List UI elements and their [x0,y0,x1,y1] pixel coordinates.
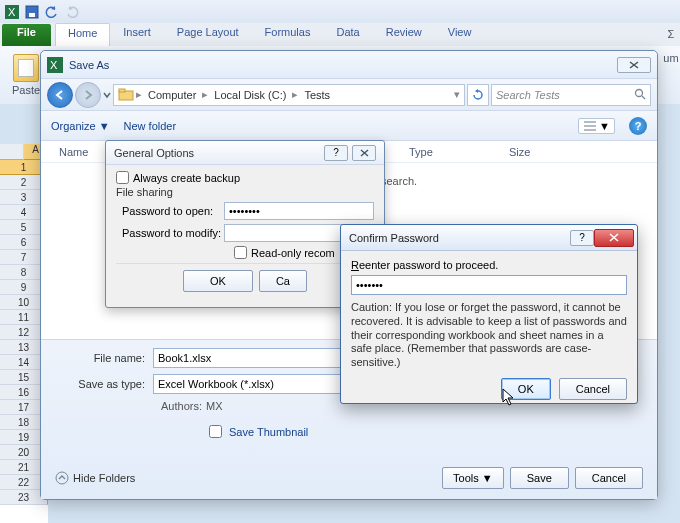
excel-document-icon: X [47,57,63,73]
forward-button[interactable] [75,82,101,108]
autosum-icon: Σ [668,28,675,40]
help-icon[interactable]: ? [324,145,348,161]
checkbox-icon[interactable] [209,425,222,438]
filename-label: File name: [55,352,153,364]
tab-data[interactable]: Data [323,23,372,46]
tab-page-layout[interactable]: Page Layout [164,23,252,46]
view-options-button[interactable]: ▼ [578,118,615,134]
always-backup-checkbox[interactable]: Always create backup [116,171,374,184]
file-sharing-label: File sharing [116,186,374,198]
save-icon[interactable] [24,4,40,20]
list-icon [583,120,597,132]
options-cancel-button[interactable]: Ca [259,270,307,292]
explorer-toolbar: Organize▼ New folder ▼ ? [41,111,657,141]
refresh-button[interactable] [467,84,489,106]
checkbox-icon[interactable] [116,171,129,184]
tab-insert[interactable]: Insert [110,23,164,46]
partial-label: um [663,52,678,64]
chevron-right-icon: ▸ [292,88,298,101]
save-thumbnail-checkbox[interactable]: Save Thumbnail [205,422,643,441]
close-icon[interactable] [352,145,376,161]
chevron-down-icon[interactable] [103,88,111,102]
back-button[interactable] [47,82,73,108]
chevron-up-icon [55,471,69,485]
tab-formulas[interactable]: Formulas [252,23,324,46]
bc-drive[interactable]: Local Disk (C:) [210,89,290,101]
select-all-cell[interactable] [0,144,24,160]
pw-modify-label: Password to modify: [116,227,224,239]
close-icon[interactable] [594,229,634,247]
confirm-title: Confirm Password [349,232,566,244]
bc-computer[interactable]: Computer [144,89,200,101]
options-ok-button[interactable]: OK [183,270,253,292]
col-size[interactable]: Size [509,146,589,158]
tab-view[interactable]: View [435,23,485,46]
chevron-down-icon: ▼ [599,120,610,132]
quick-access-toolbar: X [0,0,680,23]
col-type[interactable]: Type [409,146,509,158]
chevron-down-icon: ▼ [99,120,110,132]
svg-text:X: X [50,59,58,71]
save-as-title: Save As [69,59,617,71]
folder-icon [118,87,134,103]
excel-logo-icon: X [4,4,20,20]
general-options-titlebar[interactable]: General Options ? [106,141,384,165]
confirm-titlebar[interactable]: Confirm Password ? [341,225,637,251]
svg-line-9 [642,96,645,99]
chevron-down-icon[interactable]: ▾ [454,88,460,101]
close-icon[interactable] [617,57,651,73]
ribbon-right-fragment: Σ um [662,24,680,124]
pw-open-input[interactable] [224,202,374,220]
tab-home[interactable]: Home [55,23,110,46]
cancel-button[interactable]: Cancel [575,467,643,489]
breadcrumb[interactable]: ▸ Computer ▸ Local Disk (C:) ▸ Tests ▾ [113,84,465,106]
hide-folders-button[interactable]: Hide Folders [55,471,135,485]
organize-menu[interactable]: Organize▼ [51,120,110,132]
nav-bar: ▸ Computer ▸ Local Disk (C:) ▸ Tests ▾ S… [41,79,657,111]
save-button[interactable]: Save [510,467,569,489]
authors-value[interactable]: MX [206,400,223,412]
search-input[interactable]: Search Tests [491,84,651,106]
empty-hint: search. [381,175,417,187]
caution-text: Caution: If you lose or forget the passw… [351,301,627,370]
reenter-label: Reenter password to proceed. [351,259,627,271]
redo-icon[interactable] [64,4,80,20]
checkbox-icon[interactable] [234,246,247,259]
confirm-password-input[interactable] [351,275,627,295]
tools-menu[interactable]: Tools ▼ [442,467,504,489]
svg-text:X: X [8,6,16,18]
confirm-password-dialog: Confirm Password ? Reenter password to p… [340,224,638,404]
authors-label: Authors: [161,400,202,412]
chevron-down-icon: ▼ [482,472,493,484]
bc-folder[interactable]: Tests [300,89,334,101]
svg-rect-3 [29,13,35,17]
svg-rect-7 [119,89,125,92]
search-icon [634,88,646,102]
filetype-label: Save as type: [55,378,153,390]
general-options-title: General Options [114,147,320,159]
save-as-titlebar[interactable]: X Save As [41,51,657,79]
svg-point-13 [56,472,68,484]
pw-open-label: Password to open: [116,205,224,217]
paste-label: Paste [12,84,40,96]
help-icon[interactable]: ? [629,117,647,135]
clipboard-icon [13,54,39,82]
ribbon-tabs: File Home Insert Page Layout Formulas Da… [0,23,680,46]
confirm-ok-button[interactable]: OK [501,378,551,400]
undo-icon[interactable] [44,4,60,20]
tab-review[interactable]: Review [373,23,435,46]
chevron-right-icon: ▸ [202,88,208,101]
new-folder-button[interactable]: New folder [124,120,177,132]
tab-file[interactable]: File [2,24,51,46]
help-icon[interactable]: ? [570,230,594,246]
confirm-cancel-button[interactable]: Cancel [559,378,627,400]
chevron-right-icon: ▸ [136,88,142,101]
svg-point-8 [636,89,643,96]
search-placeholder: Search Tests [496,89,560,101]
